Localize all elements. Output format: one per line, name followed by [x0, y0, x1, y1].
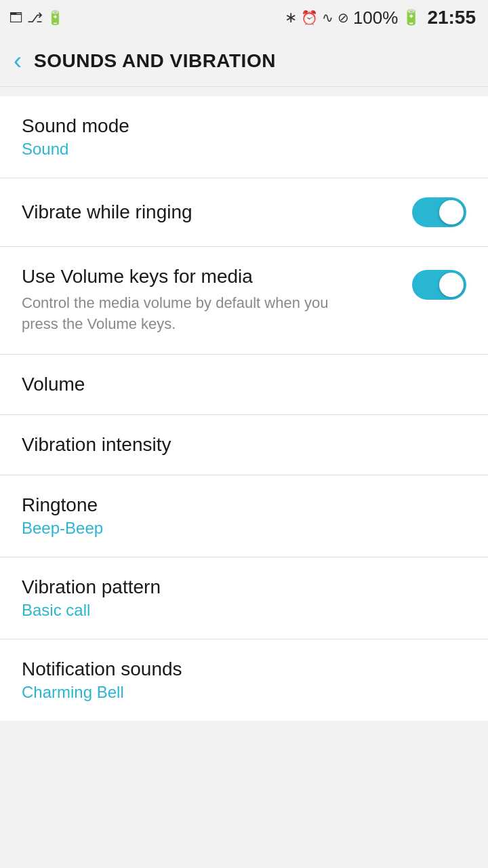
settings-item-ringtone[interactable]: Ringtone Beep-Beep [0, 475, 488, 557]
ringtone-title: Ringtone [22, 494, 466, 516]
sim-icon: 🗔 [9, 10, 23, 26]
battery-icon: 🔋 [402, 9, 420, 26]
usb-icon: ⎇ [27, 9, 43, 26]
sound-mode-text: Sound mode Sound [22, 115, 466, 159]
sound-mode-title: Sound mode [22, 115, 466, 137]
header: ‹ SOUNDS AND VIBRATION [0, 35, 488, 87]
settings-item-vibration-intensity[interactable]: Vibration intensity [0, 415, 488, 475]
volume-keys-text: Use Volume keys for media Control the me… [22, 266, 412, 335]
vibration-pattern-text: Vibration pattern Basic call [22, 576, 466, 620]
no-sim-icon: ⊘ [338, 9, 349, 26]
wifi-icon: ∿ [322, 9, 333, 26]
toggle-bg-vibrate [412, 197, 466, 227]
notification-sounds-text: Notification sounds Charming Bell [22, 658, 466, 702]
vibration-intensity-title: Vibration intensity [22, 434, 466, 456]
settings-item-vibration-pattern[interactable]: Vibration pattern Basic call [0, 557, 488, 639]
volume-keys-toggle[interactable] [412, 270, 466, 300]
toggle-knob-volume-keys [439, 273, 464, 297]
settings-list: Sound mode Sound Vibrate while ringing U… [0, 96, 488, 721]
time: 21:55 [427, 7, 476, 28]
battery-small-icon: 🔋 [47, 9, 64, 26]
battery-percent: 100% [353, 7, 399, 28]
vibrate-ringing-toggle[interactable] [412, 197, 466, 227]
settings-item-notification-sounds[interactable]: Notification sounds Charming Bell [0, 639, 488, 721]
settings-item-volume[interactable]: Volume [0, 355, 488, 415]
sound-mode-subtitle: Sound [22, 140, 466, 159]
volume-text: Volume [22, 374, 466, 395]
alarm-icon: ⏰ [301, 9, 318, 26]
toggle-knob-vibrate [439, 200, 464, 224]
settings-item-vibrate-ringing[interactable]: Vibrate while ringing [0, 178, 488, 247]
settings-item-sound-mode[interactable]: Sound mode Sound [0, 96, 488, 178]
vibration-pattern-subtitle: Basic call [22, 601, 466, 620]
status-bar-left: 🗔 ⎇ 🔋 [9, 9, 64, 26]
back-button[interactable]: ‹ [14, 49, 22, 73]
status-bar-right: ∗ ⏰ ∿ ⊘ 100% 🔋 21:55 [285, 7, 476, 28]
vibration-pattern-title: Vibration pattern [22, 576, 466, 598]
notification-sounds-subtitle: Charming Bell [22, 683, 466, 702]
volume-keys-desc: Control the media volume by default when… [22, 293, 333, 335]
toggle-bg-volume-keys [412, 270, 466, 300]
ringtone-text: Ringtone Beep-Beep [22, 494, 466, 538]
volume-keys-title: Use Volume keys for media [22, 266, 412, 288]
ringtone-subtitle: Beep-Beep [22, 519, 466, 538]
status-bar: 🗔 ⎇ 🔋 ∗ ⏰ ∿ ⊘ 100% 🔋 21:55 [0, 0, 488, 35]
vibration-intensity-text: Vibration intensity [22, 434, 466, 456]
vibrate-ringing-title: Vibrate while ringing [22, 201, 412, 223]
notification-sounds-title: Notification sounds [22, 658, 466, 680]
vibrate-ringing-text: Vibrate while ringing [22, 201, 412, 223]
volume-title: Volume [22, 374, 466, 395]
settings-item-volume-keys[interactable]: Use Volume keys for media Control the me… [0, 247, 488, 355]
page-title: SOUNDS AND VIBRATION [34, 50, 276, 72]
bluetooth-icon: ∗ [285, 9, 297, 26]
